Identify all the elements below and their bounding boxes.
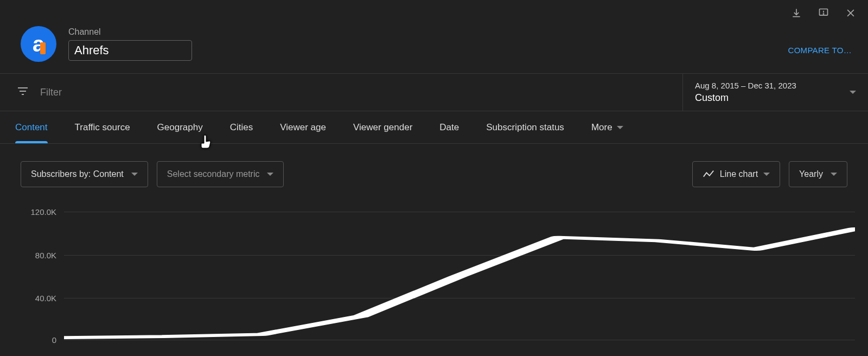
date-range-label: Custom [695, 92, 796, 104]
tab-more-label: More [591, 122, 612, 133]
chart-plot[interactable] [64, 201, 855, 340]
chevron-down-icon [267, 173, 273, 176]
channel-avatar: a [21, 26, 56, 62]
chart-type-dropdown[interactable]: Line chart [692, 161, 780, 187]
chevron-down-icon [131, 173, 138, 176]
chart-controls: Subscribers by: Content Select secondary… [0, 161, 868, 188]
channel-header: a Channel [21, 26, 192, 62]
chevron-down-icon [831, 173, 837, 176]
y-tick: 0 [21, 335, 56, 345]
line-series [64, 201, 855, 340]
gridline [64, 340, 855, 340]
feedback-icon[interactable] [818, 8, 829, 18]
channel-search[interactable] [68, 40, 192, 61]
tab-subscription-status[interactable]: Subscription status [486, 112, 564, 143]
channel-label: Channel [68, 27, 192, 37]
tab-more[interactable]: More [591, 112, 623, 143]
chevron-down-icon [617, 126, 623, 129]
tab-viewer-gender[interactable]: Viewer gender [353, 112, 412, 143]
secondary-metric-dropdown[interactable]: Select secondary metric [157, 161, 284, 187]
channel-search-input[interactable] [74, 43, 224, 58]
chevron-down-icon [763, 173, 770, 176]
tab-date[interactable]: Date [439, 112, 459, 143]
secondary-metric-label: Select secondary metric [167, 169, 260, 179]
download-icon[interactable] [791, 8, 802, 18]
dimension-tabs: Content Traffic source Geography Cities … [0, 111, 868, 144]
tab-traffic-source[interactable]: Traffic source [75, 112, 130, 143]
date-range-picker[interactable]: Aug 8, 2015 – Dec 31, 2023 Custom [682, 74, 868, 111]
svg-point-1 [823, 14, 824, 14]
y-tick: 40.0K [21, 294, 56, 303]
y-tick: 120.0K [21, 207, 56, 217]
chart-type-label: Line chart [720, 169, 758, 179]
primary-metric-dropdown[interactable]: Subscribers by: Content [21, 161, 148, 187]
primary-metric-label: Subscribers by: Content [31, 169, 124, 179]
granularity-dropdown[interactable]: Yearly [789, 161, 847, 187]
tab-cities[interactable]: Cities [230, 112, 253, 143]
y-axis: 120.0K 80.0K 40.0K 0 [21, 201, 56, 340]
tab-content[interactable]: Content [15, 112, 48, 143]
compare-to-button[interactable]: COMPARE TO… [788, 46, 852, 55]
line-chart-icon [703, 169, 714, 179]
y-tick: 80.0K [21, 250, 56, 259]
filter-label[interactable]: Filter [40, 87, 62, 98]
filter-icon[interactable] [16, 85, 29, 100]
close-icon[interactable] [845, 8, 856, 18]
filter-bar: Filter Aug 8, 2015 – Dec 31, 2023 Custom [0, 73, 868, 111]
chart-area: 120.0K 80.0K 40.0K 0 [21, 201, 855, 356]
granularity-label: Yearly [799, 169, 823, 179]
date-range-text: Aug 8, 2015 – Dec 31, 2023 [695, 81, 796, 90]
tab-geography[interactable]: Geography [157, 112, 203, 143]
tab-viewer-age[interactable]: Viewer age [280, 112, 326, 143]
chevron-down-icon [850, 91, 856, 94]
